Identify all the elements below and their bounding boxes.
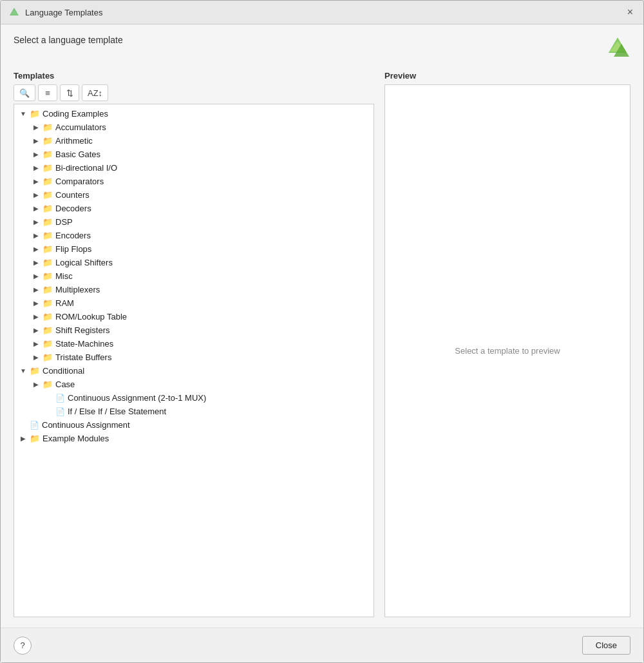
search-button[interactable]: 🔍	[14, 84, 35, 101]
item-label-logical-shifters: Logical Shifters	[55, 258, 113, 267]
chevron-ram: ▶	[32, 300, 40, 307]
folder-icon-arithmetic: 📁	[43, 136, 53, 146]
item-label-comparators: Comparators	[55, 177, 104, 186]
help-button[interactable]: ?	[14, 637, 32, 655]
tree-container[interactable]: ▼ 📁 Coding Examples ▶ 📁 Accumulators ▶ 📁…	[14, 104, 374, 617]
chevron-state-machines: ▶	[32, 340, 40, 347]
brand-icon	[605, 35, 630, 61]
preview-box: Select a template to preview	[384, 84, 630, 617]
folder-icon-case: 📁	[43, 380, 53, 389]
chevron-conditional: ▼	[19, 367, 27, 374]
item-label-bidirectional-io: Bi-directional I/O	[55, 163, 117, 173]
item-label-dsp: DSP	[55, 217, 73, 227]
folder-icon-flip-flops: 📁	[43, 244, 53, 254]
tree-item-continuous-assignment[interactable]: ▶ 📄 Continuous Assignment	[14, 418, 374, 432]
tree-item-coding-examples[interactable]: ▼ 📁 Coding Examples	[14, 107, 374, 120]
folder-icon-misc: 📁	[43, 271, 53, 281]
file-icon-continuous: 📄	[30, 421, 39, 430]
item-label-tristate-buffers: Tristate Buffers	[55, 352, 111, 362]
item-label-shift-registers: Shift Registers	[55, 325, 110, 335]
tree-item-logical-shifters[interactable]: ▶ 📁 Logical Shifters	[14, 256, 374, 269]
folder-icon-comparators: 📁	[43, 177, 53, 186]
item-label-case: Case	[55, 380, 75, 389]
tree-item-comparators[interactable]: ▶ 📁 Comparators	[14, 175, 374, 188]
sort-button[interactable]: ⇅	[60, 84, 79, 101]
tree-item-misc[interactable]: ▶ 📁 Misc	[14, 269, 374, 283]
tree-item-encoders[interactable]: ▶ 📁 Encoders	[14, 229, 374, 242]
item-label-coding-examples: Coding Examples	[43, 109, 108, 119]
item-label-continuous-assignment: Continuous Assignment	[42, 420, 130, 430]
content-area: Templates 🔍 ≡ ⇅ AZ↕	[14, 71, 630, 617]
tree-item-shift-registers[interactable]: ▶ 📁 Shift Registers	[14, 323, 374, 337]
item-label-multiplexers: Multiplexers	[55, 285, 100, 294]
item-label-state-machines: State-Machines	[55, 339, 113, 349]
templates-panel: Templates 🔍 ≡ ⇅ AZ↕	[14, 71, 374, 617]
tree-item-arithmetic[interactable]: ▶ 📁 Arithmetic	[14, 134, 374, 148]
folder-icon-accumulators: 📁	[43, 122, 53, 132]
tree-item-tristate-buffers[interactable]: ▶ 📁 Tristate Buffers	[14, 351, 374, 364]
tree-item-example-modules[interactable]: ▶ 📁 Example Modules	[14, 432, 374, 445]
search-icon: 🔍	[19, 88, 30, 98]
file-icon-if-else: 📄	[55, 407, 65, 416]
window-close-button[interactable]: ×	[625, 6, 636, 19]
tree-item-flip-flops[interactable]: ▶ 📁 Flip Flops	[14, 242, 374, 256]
item-label-continuous-assignment-mux: Continuous Assignment (2-to-1 MUX)	[68, 393, 206, 403]
chevron-basic-gates: ▶	[32, 151, 40, 158]
chevron-decoders: ▶	[32, 205, 40, 212]
svg-marker-1	[10, 10, 18, 15]
folder-icon-bidirectional-io: 📁	[43, 163, 53, 173]
folder-icon-decoders: 📁	[43, 204, 53, 213]
chevron-case: ▶	[32, 381, 40, 388]
chevron-dsp: ▶	[32, 218, 40, 226]
tree-item-accumulators[interactable]: ▶ 📁 Accumulators	[14, 120, 374, 134]
folder-icon-counters: 📁	[43, 190, 53, 200]
item-label-rom-lookup: ROM/Lookup Table	[55, 312, 127, 322]
item-label-accumulators: Accumulators	[55, 122, 106, 132]
tree-item-case[interactable]: ▶ 📁 Case	[14, 378, 374, 391]
tree-item-decoders[interactable]: ▶ 📁 Decoders	[14, 202, 374, 215]
templates-panel-label: Templates	[14, 71, 374, 81]
filter-icon: ≡	[45, 88, 50, 98]
alpha-sort-button[interactable]: AZ↕	[82, 84, 108, 101]
folder-icon-multiplexers: 📁	[43, 285, 53, 294]
dialog-subtitle: Select a language template	[14, 35, 123, 45]
tree-item-state-machines[interactable]: ▶ 📁 State-Machines	[14, 337, 374, 351]
chevron-encoders: ▶	[32, 232, 40, 239]
dialog-body: Select a language template Templates 🔍 ≡	[1, 24, 643, 628]
item-label-flip-flops: Flip Flops	[55, 244, 91, 254]
chevron-flip-flops: ▶	[32, 245, 40, 253]
close-action-button[interactable]: Close	[582, 636, 630, 655]
item-label-misc: Misc	[55, 271, 73, 281]
filter-button[interactable]: ≡	[38, 84, 57, 101]
tree-item-rom-lookup[interactable]: ▶ 📁 ROM/Lookup Table	[14, 310, 374, 323]
tree-item-multiplexers[interactable]: ▶ 📁 Multiplexers	[14, 283, 374, 296]
preview-panel-label: Preview	[384, 71, 630, 81]
file-icon-mux: 📄	[55, 394, 65, 403]
chevron-comparators: ▶	[32, 178, 40, 185]
tree-item-dsp[interactable]: ▶ 📁 DSP	[14, 215, 374, 229]
folder-icon-example-modules: 📁	[30, 434, 40, 443]
folder-icon: 📁	[30, 109, 40, 119]
chevron-bidirectional-io: ▶	[32, 164, 40, 171]
item-label-decoders: Decoders	[55, 204, 91, 213]
item-label-encoders: Encoders	[55, 231, 91, 240]
tree-item-counters[interactable]: ▶ 📁 Counters	[14, 188, 374, 202]
item-label-if-else: If / Else If / Else Statement	[68, 407, 166, 416]
tree-item-if-else[interactable]: ▶ 📄 If / Else If / Else Statement	[14, 405, 374, 418]
item-label-ram: RAM	[55, 298, 74, 308]
tree-item-conditional[interactable]: ▼ 📁 Conditional	[14, 364, 374, 378]
language-templates-dialog: Language Templates × Select a language t…	[0, 0, 644, 663]
tree-item-continuous-assignment-mux[interactable]: ▶ 📄 Continuous Assignment (2-to-1 MUX)	[14, 391, 374, 405]
folder-icon-state-machines: 📁	[43, 339, 53, 349]
preview-placeholder: Select a template to preview	[455, 346, 560, 356]
folder-icon-conditional: 📁	[30, 366, 40, 376]
chevron-counters: ▶	[32, 191, 40, 198]
dialog-footer: ? Close	[1, 628, 643, 662]
tree-item-ram[interactable]: ▶ 📁 RAM	[14, 296, 374, 310]
chevron-arithmetic: ▶	[32, 137, 40, 144]
folder-icon-rom-lookup: 📁	[43, 312, 53, 322]
tree-item-basic-gates[interactable]: ▶ 📁 Basic Gates	[14, 148, 374, 161]
item-label-basic-gates: Basic Gates	[55, 149, 100, 159]
tree-item-bidirectional-io[interactable]: ▶ 📁 Bi-directional I/O	[14, 161, 374, 175]
header-row: Select a language template	[14, 35, 630, 61]
